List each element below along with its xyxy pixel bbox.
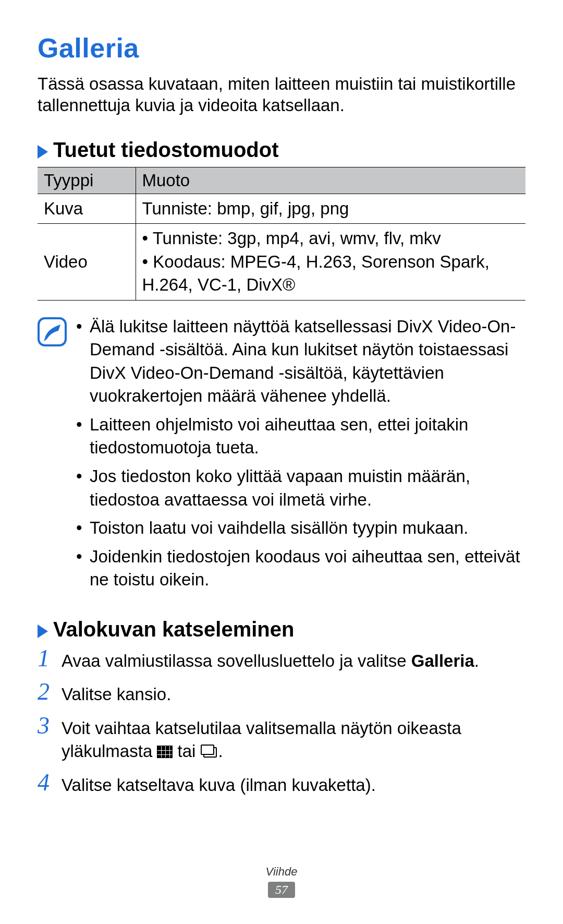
cell-format: Tunniste: bmp, gif, jpg, png xyxy=(136,194,525,224)
chevron-icon xyxy=(38,145,48,159)
table-row: Kuva Tunniste: bmp, gif, jpg, png xyxy=(38,194,525,224)
step-item: 1 Avaa valmiustilassa sovellusluettelo j… xyxy=(38,646,525,673)
page-number-badge: 57 xyxy=(268,882,295,898)
section-heading-text: Valokuvan katseleminen xyxy=(53,618,294,641)
table-header-format: Muoto xyxy=(136,167,525,194)
table-header-type: Tyyppi xyxy=(38,167,136,194)
cell-type: Kuva xyxy=(38,194,136,224)
manual-page: Galleria Tässä osassa kuvataan, miten la… xyxy=(0,0,563,924)
cell-type: Video xyxy=(38,224,136,301)
note-item: Toiston laatu voi vaihdella sisällön tyy… xyxy=(76,517,525,540)
step-text: Valitse kansio. xyxy=(62,680,171,706)
step-item: 3 Voit vaihtaa katselutilaa valitsemalla… xyxy=(38,714,525,763)
step-text: Voit vaihtaa katselutilaa valitsemalla n… xyxy=(62,714,525,763)
step-number: 4 xyxy=(38,771,57,795)
formats-table: Tyyppi Muoto Kuva Tunniste: bmp, gif, jp… xyxy=(38,167,525,301)
note-block: Älä lukitse laitteen näyttöä katsellessa… xyxy=(38,315,525,597)
step-number: 2 xyxy=(38,680,57,704)
page-footer: Viihde 57 xyxy=(0,865,563,898)
footer-section-label: Viihde xyxy=(0,865,563,879)
note-list: Älä lukitse laitteen näyttöä katsellessa… xyxy=(76,315,525,597)
step-text: Avaa valmiustilassa sovellusluettelo ja … xyxy=(62,646,479,673)
page-title: Galleria xyxy=(38,32,525,64)
step-number: 1 xyxy=(38,646,57,670)
steps-list: 1 Avaa valmiustilassa sovellusluettelo j… xyxy=(38,646,525,797)
intro-text: Tässä osassa kuvataan, miten laitteen mu… xyxy=(38,73,525,116)
section-heading-text: Tuetut tiedostomuodot xyxy=(53,138,279,162)
step-item: 2 Valitse kansio. xyxy=(38,680,525,706)
stack-view-icon xyxy=(201,745,218,759)
table-row: Video Tunniste: 3gp, mp4, avi, wmv, flv,… xyxy=(38,224,525,301)
format-line: Koodaus: MPEG-4, H.263, Sorenson Spark, … xyxy=(142,250,520,297)
note-item: Jos tiedoston koko ylittää vapaan muisti… xyxy=(76,465,525,511)
format-line: Tunniste: 3gp, mp4, avi, wmv, flv, mkv xyxy=(142,227,520,250)
note-item: Älä lukitse laitteen näyttöä katsellessa… xyxy=(76,315,525,408)
chevron-icon xyxy=(38,625,48,638)
note-item: Joidenkin tiedostojen koodaus voi aiheut… xyxy=(76,545,525,592)
section-heading-viewing: Valokuvan katseleminen xyxy=(38,618,525,641)
section-heading-formats: Tuetut tiedostomuodot xyxy=(38,138,525,162)
step-number: 3 xyxy=(38,714,57,738)
step-text: Valitse katseltava kuva (ilman kuvaketta… xyxy=(62,771,376,797)
note-icon xyxy=(38,317,67,349)
grid-view-icon xyxy=(157,746,173,758)
cell-format: Tunniste: 3gp, mp4, avi, wmv, flv, mkv K… xyxy=(136,224,525,301)
note-item: Laitteen ohjelmisto voi aiheuttaa sen, e… xyxy=(76,413,525,460)
step-item: 4 Valitse katseltava kuva (ilman kuvaket… xyxy=(38,771,525,797)
